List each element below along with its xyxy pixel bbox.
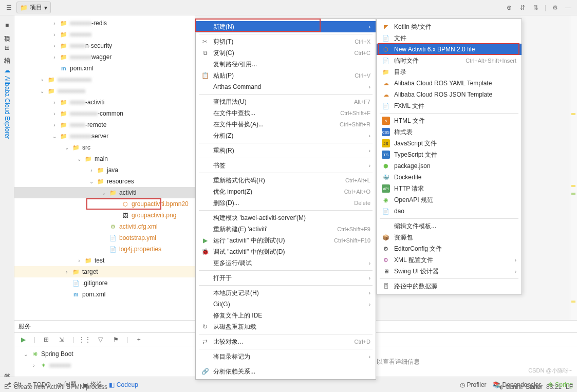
tree-node[interactable]: ›📁xxxxxxx (14, 29, 195, 40)
menu-bookmarks[interactable]: 书签› (196, 160, 376, 171)
menu-cut[interactable]: ✂剪切(T)Ctrl+X (196, 36, 376, 47)
project-selector[interactable]: 📁 项目 ▾ (16, 2, 51, 13)
tree-file[interactable]: 📄.gitignore (14, 277, 195, 289)
menu-replace-in-files[interactable]: 在文件中替换(A)...Ctrl+Shift+R (196, 119, 376, 130)
services-item[interactable]: ›✶xxxxxxx (18, 360, 190, 371)
menu-repair-ide[interactable]: 修复文件上的 IDE (196, 310, 376, 321)
menu-new[interactable]: 新建(N) › (196, 21, 376, 32)
menu-reload-disk[interactable]: ↻从磁盘重新加载 (196, 321, 376, 332)
tree-file[interactable]: mpom.xml (14, 289, 195, 300)
tree-node[interactable]: ›📁xxxxx-remote (14, 119, 195, 130)
tree-node[interactable]: ›📁test (14, 255, 195, 266)
tree-node-activiti[interactable]: ⌄📁activiti (14, 187, 195, 198)
tree-node[interactable]: ›📁xxxxxxxwagger (14, 51, 195, 63)
menu-open-in[interactable]: 打开于› (196, 272, 376, 284)
menu-find-usages[interactable]: 查找用法(U)Alt+F7 (196, 96, 376, 107)
menu-copy-path[interactable]: 复制路径/引用... (196, 59, 376, 70)
sub-dockerfile[interactable]: 🐳Dockerfile (377, 172, 522, 183)
tree-node[interactable]: ⌄📁xxxxxxxserver (14, 130, 195, 142)
menu-find-in-files[interactable]: 在文件中查找...Ctrl+Shift+F (196, 107, 376, 119)
expand-all-icon[interactable]: ⇲ (57, 335, 66, 344)
sub-dao[interactable]: 📄dao (377, 206, 522, 217)
tree-file[interactable]: 🖼groupactiviti.png (14, 210, 195, 221)
menu-debug[interactable]: 🐞调试 "activiti" 中的测试'(D) (196, 246, 376, 257)
menu-reformat[interactable]: 重新格式化代码(R)Ctrl+Alt+L (196, 175, 376, 186)
sub-edit-templates[interactable]: 编辑文件模板... (377, 220, 522, 232)
menu-build-module[interactable]: 构建模块 'bawei-activiti-server'(M) (196, 212, 376, 223)
tree-node[interactable]: ›📁xxxxxxxxxxx (14, 74, 195, 85)
tree-node[interactable]: ⌄📁xxxxxxxxx (14, 85, 195, 97)
add-icon[interactable]: + (134, 335, 143, 344)
sidebar-tab-project[interactable]: ■项目 (2, 18, 12, 34)
menu-copy[interactable]: ⧉复制(C)Ctrl+C (196, 47, 376, 59)
minimize-icon[interactable]: — (564, 3, 573, 12)
menu-analyze[interactable]: 分析(Z)› (196, 130, 376, 141)
sub-scratch[interactable]: 📄临时文件Ctrl+Alt+Shift+Insert (377, 55, 522, 66)
sub-file[interactable]: 📄文件 (377, 32, 522, 44)
menu-optimize[interactable]: 优化 import(Z)Ctrl+Alt+O (196, 186, 376, 197)
menu-mark-dir[interactable]: 将目录标记为› (196, 351, 376, 362)
sub-datasource[interactable]: 🗄路径中的数据源 (377, 281, 522, 292)
tree-node[interactable]: ⌄📁main (14, 153, 195, 164)
expand-icon[interactable]: ⇵ (518, 3, 527, 12)
tree-icon[interactable]: ⊞ (42, 335, 51, 344)
sub-js[interactable]: JSJavaScript 文件 (377, 138, 522, 149)
sub-editorconfig[interactable]: ⚙EditorConfig 文件 (377, 243, 522, 254)
sub-xml-config[interactable]: ⚙XML 配置文件› (377, 254, 522, 266)
sidebar-tab-bookmarks[interactable]: 书签 (2, 365, 12, 371)
menu-git[interactable]: Git(G)› (196, 298, 376, 310)
sub-kotlin[interactable]: ◤Kotlin 类/文件 (377, 21, 522, 32)
sub-openapi[interactable]: ◉OpenAPI 规范 (377, 194, 522, 206)
tree-file[interactable]: ⬡groupactiviti.bpmn20 (14, 198, 195, 210)
tree-node[interactable]: mpom.xml (14, 63, 195, 74)
menu-more-run[interactable]: 更多运行/调试› (196, 257, 376, 269)
filter-icon[interactable]: ⋮⋮ (80, 335, 89, 344)
sub-stylesheet[interactable]: CSS样式表 (377, 126, 522, 138)
sub-fxml[interactable]: 📄FXML 文件 (377, 100, 522, 111)
tabnine-logo[interactable]: ◐ tabnine Starter (499, 383, 542, 390)
sub-ros-yaml[interactable]: ☁Alibaba Cloud ROS YAML Template (377, 78, 522, 89)
menu-refactor[interactable]: 重构(R)› (196, 145, 376, 156)
sub-resource-bundle[interactable]: 📦资源包 (377, 232, 522, 243)
collapse-icon[interactable]: ⇅ (531, 3, 541, 12)
tree-node[interactable]: ›📁xxxxxn-security (14, 40, 195, 51)
flag-icon[interactable]: ⚑ (111, 335, 120, 344)
menu-arthas[interactable]: Arthas Command› (196, 81, 376, 92)
tree-node[interactable]: ›📁xxxxx-activiti (14, 97, 195, 108)
run-icon[interactable]: ▶ (18, 335, 28, 344)
sub-package-json[interactable]: ⬢package.json (377, 160, 522, 172)
sub-ts[interactable]: TSTypeScript 文件 (377, 149, 522, 160)
tree-file[interactable]: 📄log4j.properties (14, 244, 195, 255)
target-icon[interactable]: ⊕ (505, 3, 514, 12)
tree-node[interactable]: ⌄📁src (14, 142, 195, 153)
menu-local-history[interactable]: 本地历史记录(H)› (196, 287, 376, 298)
funnel-icon[interactable]: ▽ (96, 335, 105, 344)
sub-swing[interactable]: 🖥Swing UI 设计器› (377, 266, 522, 277)
sidebar-tab-structure[interactable]: ⊞结构 (2, 42, 12, 55)
tree-node[interactable]: ›📁java (14, 164, 195, 176)
menu-delete[interactable]: 删除(D)...Delete (196, 197, 376, 209)
menu-paste[interactable]: 📋粘贴(P)Ctrl+V (196, 70, 376, 81)
menu-rebuild[interactable]: 重新构建(E) 'activiti'Ctrl+Shift+F9 (196, 223, 376, 235)
sub-directory[interactable]: 📁目录 (377, 66, 522, 78)
sidebar-tab-alibaba[interactable]: ☁Alibaba Cloud Explorer (3, 64, 12, 142)
menu-icon[interactable]: ☰ (4, 3, 13, 12)
sub-html[interactable]: 5HTML 文件 (377, 115, 522, 126)
tree-node[interactable]: ›📁xxxxxxxxx-common (14, 108, 195, 119)
tree-node[interactable]: ›📁target (14, 266, 195, 277)
status-codeup[interactable]: ◧Codeup (109, 381, 138, 388)
tree-node[interactable]: ⌄📁resources (14, 176, 195, 187)
menu-compare[interactable]: ⇄比较对象...Ctrl+D (196, 336, 376, 347)
folder-icon: 📁 (20, 4, 28, 11)
sub-new-activiti[interactable]: ⬡New Activiti 6.x BPMN 2.0 file (377, 44, 522, 55)
sub-http[interactable]: APIHTTP 请求 (377, 183, 522, 194)
menu-analyze-deps[interactable]: 🔗分析依赖关系... (196, 366, 376, 377)
tree-node[interactable]: ›📁xxxxxxx-redis (14, 17, 195, 29)
gear-icon[interactable]: ⚙ (550, 3, 560, 12)
tree-file[interactable]: ⚙activiti.cfg.xml (14, 221, 195, 232)
status-profiler[interactable]: ◷Profiler (460, 381, 487, 388)
tree-file[interactable]: 📄bootstrap.yml (14, 232, 195, 244)
sub-ros-json[interactable]: ☁Alibaba Cloud ROS JSON Template (377, 89, 522, 100)
services-spring-boot[interactable]: ⌄❋Spring Boot (18, 348, 190, 360)
menu-run[interactable]: ▶运行 "activiti" 中的测试'(U)Ctrl+Shift+F10 (196, 235, 376, 246)
